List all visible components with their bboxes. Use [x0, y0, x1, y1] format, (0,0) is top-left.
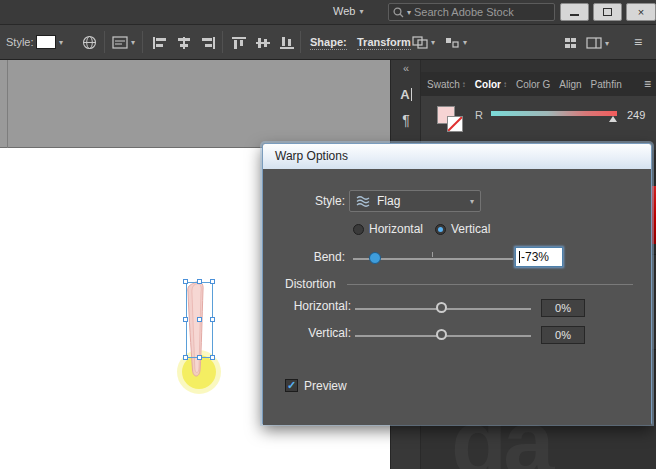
- workspace-layout-dropdown[interactable]: ▾: [586, 37, 609, 49]
- character-panel-button[interactable]: A: [393, 82, 419, 106]
- red-channel-slider[interactable]: [491, 111, 617, 116]
- none-slash-icon: [448, 117, 462, 131]
- bend-label: Bend:: [283, 250, 345, 264]
- selection-handle[interactable]: [183, 279, 188, 284]
- horizontal-distortion-label: Horizontal:: [275, 299, 351, 313]
- transform-link[interactable]: Transform: [357, 36, 411, 50]
- panel-collapse-icon: ↕: [462, 80, 466, 89]
- recolor-artwork-dropdown[interactable]: ▾: [112, 36, 135, 49]
- panel-menu-icon[interactable]: ≡: [644, 77, 651, 91]
- text-cursor-bar: [411, 88, 412, 101]
- align-horizontal-left-icon[interactable]: [152, 36, 168, 50]
- control-bar: Style: ▾ ▾: [0, 25, 656, 60]
- shape-link[interactable]: Shape:: [310, 36, 347, 50]
- chevron-down-icon: ▾: [59, 38, 63, 47]
- radio-vertical[interactable]: [435, 224, 446, 235]
- tab-pathfinder[interactable]: Pathfin: [591, 79, 622, 90]
- maximize-icon: [603, 8, 612, 16]
- separator: [222, 31, 223, 53]
- selection-handle[interactable]: [210, 317, 215, 322]
- chevron-down-icon: ▾: [463, 38, 467, 47]
- align-vertical-top-icon[interactable]: [231, 36, 247, 50]
- channel-value[interactable]: 249: [627, 109, 645, 121]
- style-dropdown[interactable]: Flag ▾: [349, 190, 481, 212]
- maximize-button[interactable]: [593, 3, 622, 21]
- tab-color-guide[interactable]: Color G: [516, 79, 550, 90]
- align-horizontal-right-icon[interactable]: [200, 36, 216, 50]
- chevron-down-icon: ▾: [407, 8, 411, 17]
- horizontal-distortion-input[interactable]: 0%: [541, 299, 585, 317]
- flag-warp-icon: [356, 195, 372, 207]
- paragraph-panel-icon[interactable]: ¶: [393, 112, 419, 128]
- align-horizontal-center-icon[interactable]: [176, 36, 192, 50]
- search-icon: [393, 7, 404, 18]
- bend-center-tick: [432, 252, 433, 257]
- search-input[interactable]: [414, 6, 550, 18]
- radio-horizontal-label[interactable]: Horizontal: [369, 222, 423, 236]
- collapse-dock-icon[interactable]: «: [393, 62, 419, 74]
- document-setup-globe-icon[interactable]: [82, 35, 97, 50]
- color-panel: R 249: [421, 96, 656, 150]
- align-vertical-center-icon[interactable]: [255, 36, 271, 50]
- selection-handle[interactable]: [197, 279, 202, 284]
- workspace-switcher[interactable]: Web ▾: [333, 5, 363, 17]
- dialog-title[interactable]: Warp Options: [263, 144, 651, 169]
- bend-slider-handle[interactable]: [369, 252, 381, 264]
- character-panel-icon: A: [400, 87, 409, 102]
- distortion-label: Distortion: [285, 277, 336, 291]
- preview-label[interactable]: Preview: [304, 379, 347, 393]
- selection-handle[interactable]: [183, 355, 188, 360]
- bend-value: -73%: [521, 248, 549, 266]
- arrange-documents-icon[interactable]: [564, 37, 577, 49]
- chevron-down-icon: ▾: [359, 7, 363, 16]
- style-label: Style:: [283, 194, 345, 208]
- radio-horizontal[interactable]: [353, 224, 364, 235]
- select-similar-dropdown[interactable]: ▾: [444, 36, 467, 49]
- separator: [104, 31, 105, 53]
- radio-selected-dot: [438, 227, 443, 232]
- minimize-icon: [570, 14, 579, 16]
- warp-options-dialog: Warp Options Style: Flag ▾ Horizontal Ve…: [262, 143, 652, 424]
- section-divider: [347, 284, 633, 285]
- chevron-down-icon: ▾: [131, 38, 135, 47]
- selection-handle[interactable]: [197, 355, 202, 360]
- tab-align[interactable]: Align: [559, 79, 581, 90]
- stroke-none-swatch[interactable]: [447, 116, 463, 132]
- tab-swatches[interactable]: Swatch ↕: [427, 79, 466, 90]
- selection-center-point[interactable]: [197, 317, 202, 322]
- vertical-slider-handle[interactable]: [436, 329, 447, 340]
- vertical-distortion-input[interactable]: 0%: [541, 326, 585, 344]
- check-icon: ✓: [287, 379, 296, 391]
- panel-tab-bar: Swatch ↕ Color ↕ Color G Align Pathfin ≡: [421, 72, 656, 96]
- illustrator-window: Web ▾ ▾ × Style: ▾: [0, 0, 656, 469]
- bend-input[interactable]: -73%: [515, 247, 563, 267]
- chevron-down-icon: ▾: [431, 38, 435, 47]
- separator: [300, 31, 301, 53]
- close-icon: ×: [638, 6, 644, 18]
- selection-handle[interactable]: [210, 279, 215, 284]
- vertical-distortion-label: Vertical:: [275, 326, 351, 340]
- channel-label: R: [475, 109, 483, 121]
- panel-collapse-icon: ↕: [503, 80, 507, 89]
- style-label: Style:: [6, 36, 34, 48]
- selection-handle[interactable]: [183, 317, 188, 322]
- minimize-button[interactable]: [560, 3, 589, 21]
- horizontal-slider-handle[interactable]: [436, 302, 447, 313]
- slider-pointer-icon[interactable]: [609, 116, 617, 122]
- text-caret-icon: [519, 251, 520, 263]
- tab-color[interactable]: Color ↕: [475, 79, 507, 90]
- chevron-down-icon: ▾: [470, 197, 474, 206]
- preview-checkbox[interactable]: ✓: [285, 379, 298, 392]
- dialog-body: Style: Flag ▾ Horizontal Vertical Bend:: [263, 169, 651, 425]
- close-button[interactable]: ×: [626, 3, 656, 21]
- selection-handle[interactable]: [210, 355, 215, 360]
- separator: [142, 31, 143, 53]
- chevron-down-icon: ▾: [605, 39, 609, 48]
- menu-icon[interactable]: ≡: [634, 34, 642, 50]
- style-swatch-dropdown[interactable]: ▾: [36, 35, 63, 49]
- stock-search[interactable]: ▾: [388, 3, 555, 21]
- isolate-selection-dropdown[interactable]: ▾: [412, 36, 435, 49]
- radio-vertical-label[interactable]: Vertical: [451, 222, 490, 236]
- workspace-label: Web: [333, 5, 355, 17]
- align-vertical-bottom-icon[interactable]: [279, 36, 295, 50]
